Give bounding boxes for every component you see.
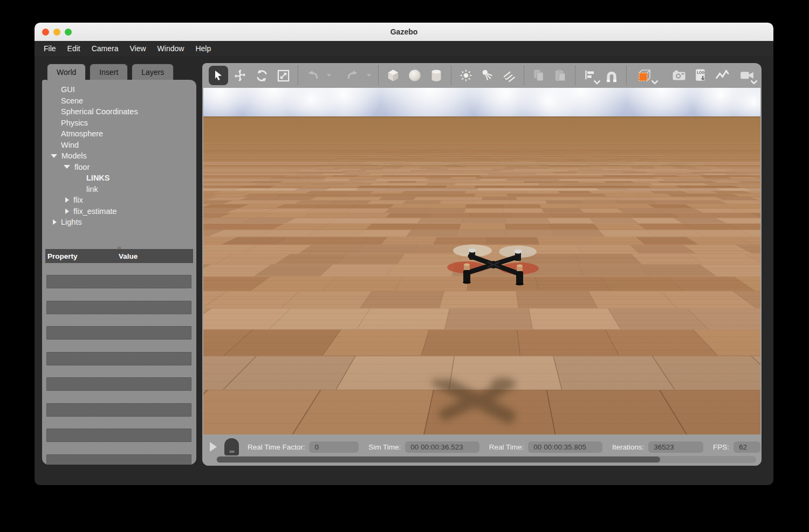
- chevron-right-icon[interactable]: [65, 209, 69, 214]
- magnet-icon: [604, 67, 620, 84]
- 3d-viewport[interactable]: [203, 88, 760, 434]
- scale-tool-button[interactable]: [272, 65, 294, 86]
- select-tool-button[interactable]: [209, 66, 228, 85]
- tree-item-atmosphere[interactable]: Atmosphere: [42, 128, 194, 140]
- toolbar-separator: [298, 66, 298, 85]
- undo-icon: [305, 68, 320, 83]
- tree-item-flix-estimate[interactable]: flix_estimate: [42, 206, 194, 217]
- toolbar-separator: [575, 66, 575, 85]
- titlebar: Gazebo: [35, 23, 773, 41]
- tree-item-physics[interactable]: Physics: [42, 118, 194, 129]
- property-row: [46, 326, 191, 340]
- property-row: [46, 403, 191, 417]
- toolbar: LOG: [202, 63, 762, 88]
- chevron-down-icon: [750, 80, 758, 85]
- tree-item-link[interactable]: link: [42, 184, 194, 195]
- rotate-tool-button[interactable]: [251, 65, 272, 86]
- horizontal-scrollbar[interactable]: [216, 456, 756, 463]
- scrollbar-thumb[interactable]: [217, 457, 660, 462]
- property-table-header: Property Value: [45, 249, 193, 263]
- rtf-label: Real Time Factor:: [248, 443, 305, 451]
- chevron-down-icon[interactable]: [51, 154, 57, 158]
- tab-insert[interactable]: Insert: [90, 64, 128, 80]
- align-button[interactable]: [579, 65, 601, 86]
- view-angle-button[interactable]: [630, 65, 659, 86]
- menu-help[interactable]: Help: [195, 44, 211, 53]
- quadcopter-model[interactable]: [436, 234, 549, 294]
- property-row: [46, 275, 191, 288]
- tab-layers[interactable]: Layers: [132, 64, 174, 80]
- sphere-icon: [407, 67, 423, 84]
- copy-icon: [531, 68, 546, 83]
- redo-button[interactable]: [342, 65, 364, 86]
- insert-box-button[interactable]: [382, 65, 404, 86]
- chevron-down-icon: [366, 73, 372, 78]
- close-button[interactable]: [42, 29, 49, 36]
- copy-button[interactable]: [528, 65, 550, 86]
- snap-button[interactable]: [601, 65, 622, 86]
- cylinder-icon: [428, 67, 444, 84]
- tree-item-lights[interactable]: Lights: [42, 217, 194, 228]
- toolbar-separator: [524, 66, 524, 85]
- box-icon: [385, 67, 401, 84]
- insert-sphere-button[interactable]: [404, 65, 426, 86]
- chevron-right-icon[interactable]: [53, 219, 57, 225]
- property-row: [46, 429, 191, 442]
- tree-item-scene[interactable]: Scene: [42, 95, 194, 107]
- window-title: Gazebo: [35, 27, 773, 36]
- drone-shadow: [422, 368, 562, 434]
- svg-text:LOG: LOG: [697, 71, 704, 74]
- chevron-right-icon[interactable]: [65, 197, 69, 203]
- menubar: File Edit Camera View Window Help: [35, 41, 773, 56]
- directional-light-button[interactable]: [498, 65, 520, 86]
- data-logger-button[interactable]: LOG: [690, 65, 711, 86]
- chevron-down-icon[interactable]: [64, 165, 70, 169]
- property-row: [46, 377, 191, 391]
- rtf-field[interactable]: 0: [309, 441, 359, 453]
- world-tree-panel: GUI Scene Spherical Coordinates Physics …: [42, 80, 196, 465]
- directional-light-icon: [502, 68, 517, 83]
- menu-edit[interactable]: Edit: [67, 44, 80, 53]
- world-panel: World Insert Layers GUI Scene Spherical …: [42, 64, 196, 485]
- spot-light-button[interactable]: [477, 65, 498, 86]
- statusbar: »» Real Time Factor: 0 Sim Time: 00 00:0…: [202, 434, 762, 466]
- tab-world[interactable]: World: [47, 64, 86, 80]
- menu-camera[interactable]: Camera: [92, 44, 119, 53]
- step-button[interactable]: »»: [224, 438, 239, 455]
- property-row: [46, 301, 191, 314]
- menu-file[interactable]: File: [44, 44, 56, 53]
- zoom-button[interactable]: [65, 29, 72, 36]
- quadcopter-icon: [436, 234, 549, 294]
- tree-item-models[interactable]: Models: [42, 150, 194, 162]
- screenshot-button[interactable]: [668, 65, 690, 86]
- insert-cylinder-button[interactable]: [426, 65, 447, 86]
- tree-item-wind[interactable]: Wind: [42, 140, 194, 151]
- translate-tool-button[interactable]: [229, 65, 251, 86]
- cursor-arrow-icon: [212, 69, 225, 82]
- plot-button[interactable]: [711, 65, 733, 86]
- point-light-button[interactable]: [455, 65, 477, 86]
- paste-button[interactable]: [550, 65, 571, 86]
- redo-icon: [345, 68, 360, 83]
- minimize-button[interactable]: [53, 29, 60, 36]
- column-property: Property: [45, 252, 119, 260]
- sim-time-label: Sim Time:: [368, 443, 401, 451]
- gazebo-window: Gazebo File Edit Camera View Window Help…: [35, 23, 773, 485]
- tree-item-spherical-coordinates[interactable]: Spherical Coordinates: [42, 106, 194, 118]
- tree-item-gui[interactable]: GUI: [42, 84, 194, 95]
- toolbar-separator: [378, 66, 379, 85]
- move-icon: [233, 68, 247, 82]
- redo-history-button[interactable]: [364, 65, 374, 86]
- tree-item-floor[interactable]: floor: [42, 162, 194, 173]
- menu-view[interactable]: View: [129, 44, 146, 53]
- play-button[interactable]: [210, 442, 217, 452]
- real-time-field: 00 00:00:35.805: [528, 441, 602, 453]
- iterations-field: 36523: [648, 441, 703, 453]
- tree-item-flix[interactable]: flix: [42, 195, 194, 206]
- record-video-button[interactable]: [736, 65, 758, 86]
- undo-button[interactable]: [302, 65, 324, 86]
- paste-icon: [553, 68, 568, 83]
- scene-tree: GUI Scene Spherical Coordinates Physics …: [42, 84, 194, 228]
- undo-history-button[interactable]: [324, 65, 334, 86]
- menu-window[interactable]: Window: [157, 44, 184, 53]
